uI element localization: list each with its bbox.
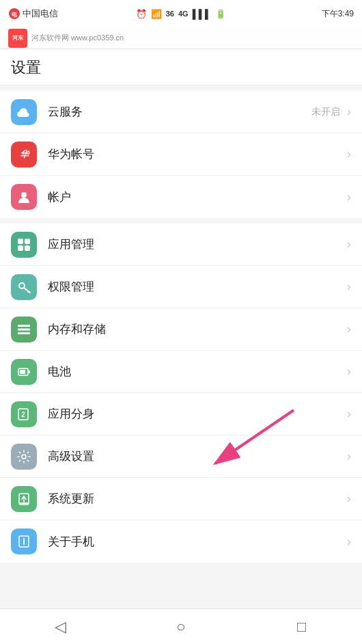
settings-item-permission-management[interactable]: 权限管理 › — [0, 266, 362, 308]
battery-svg — [16, 364, 31, 379]
wifi-icon: 📶 — [151, 9, 162, 19]
settings-section-2: 应用管理 › 权限管理 › 内存和存储 › — [0, 224, 362, 563]
gear-svg — [16, 449, 31, 464]
settings-item-advanced-settings[interactable]: 高级设置 › — [0, 435, 362, 478]
grid-svg — [16, 237, 31, 252]
permission-label: 权限管理 — [48, 279, 344, 295]
app-management-label: 应用管理 — [48, 237, 344, 252]
app-management-chevron: › — [347, 237, 351, 252]
about-phone-chevron: › — [347, 535, 351, 549]
huawei-account-chevron: › — [347, 147, 351, 161]
network-36-icon: 36 — [166, 10, 174, 18]
settings-item-system-update[interactable]: 系统更新 › — [0, 478, 362, 520]
cloud-service-status: 未开启 — [311, 106, 340, 118]
key-svg — [16, 280, 31, 295]
network-4g-icon: 4G — [178, 10, 189, 18]
advanced-settings-icon — [11, 444, 37, 470]
status-time: 下午3:49 — [322, 8, 354, 20]
svg-rect-11 — [18, 325, 30, 327]
memory-icon — [11, 317, 37, 343]
time-label: 下午3:49 — [322, 8, 354, 20]
cloud-svg — [16, 104, 32, 120]
app-management-icon — [11, 232, 37, 258]
system-update-chevron: › — [347, 492, 351, 506]
svg-rect-13 — [18, 332, 30, 334]
advanced-settings-label: 高级设置 — [48, 448, 344, 464]
carrier-logo: 电 中国电信 — [8, 8, 58, 20]
svg-rect-5 — [18, 245, 23, 251]
settings-item-account[interactable]: 帐户 › — [0, 176, 362, 218]
svg-text:2: 2 — [21, 411, 25, 418]
huawei-account-icon: 华 — [11, 142, 37, 167]
watermark-banner: 河东 河东软件网 www.pc0359.cn — [0, 27, 362, 49]
svg-rect-16 — [28, 371, 30, 373]
huawei-account-label: 华为帐号 — [48, 146, 344, 162]
svg-text:电: 电 — [12, 12, 18, 18]
settings-item-memory-storage[interactable]: 内存和存储 › — [0, 308, 362, 351]
carrier-label: 中国电信 — [23, 8, 58, 20]
battery-setting-icon — [11, 359, 37, 385]
battery-icon: 🔋 — [215, 9, 226, 19]
home-button[interactable]: ○ — [161, 613, 201, 641]
update-svg — [16, 492, 31, 507]
svg-rect-6 — [25, 245, 30, 251]
memory-label: 内存和存储 — [48, 321, 344, 337]
carrier-text: 电 中国电信 — [8, 8, 58, 20]
settings-item-cloud-service[interactable]: 云服务 未开启 › — [0, 91, 362, 133]
permission-icon — [11, 274, 37, 300]
page-title-bar: 设置 — [0, 49, 362, 85]
back-button[interactable]: ◁ — [40, 613, 81, 641]
svg-point-19 — [22, 455, 26, 459]
watermark-logo: 河东 — [8, 29, 27, 48]
settings-item-about-phone[interactable]: 关于手机 › — [0, 520, 362, 563]
account-icon — [11, 184, 37, 210]
cloud-service-label: 云服务 — [48, 104, 311, 120]
settings-item-huawei-account[interactable]: 华 华为帐号 › — [0, 133, 362, 176]
nav-bar: ◁ ○ □ — [0, 608, 362, 644]
dual-svg: 2 — [16, 407, 31, 422]
account-chevron: › — [347, 190, 351, 204]
svg-point-25 — [23, 538, 25, 539]
app-clone-icon: 2 — [11, 401, 37, 427]
system-update-icon — [11, 486, 37, 512]
settings-section-1: 云服务 未开启 › 华 华为帐号 › 帐户 › — [0, 91, 362, 218]
cloud-service-icon — [11, 99, 37, 125]
permission-chevron: › — [347, 280, 351, 294]
about-phone-icon — [11, 528, 37, 554]
battery-chevron: › — [347, 364, 351, 379]
about-phone-label: 关于手机 — [48, 534, 344, 550]
status-center-icons: ⏰ 📶 36 4G ▌▌▌ 🔋 — [136, 9, 227, 19]
battery-label: 电池 — [48, 364, 344, 379]
settings-item-app-clone[interactable]: 2 应用分身 › — [0, 393, 362, 435]
cloud-service-chevron: › — [347, 105, 351, 119]
settings-item-battery[interactable]: 电池 › — [0, 351, 362, 393]
person-svg — [16, 189, 31, 204]
memory-chevron: › — [347, 322, 351, 336]
svg-rect-4 — [25, 239, 30, 244]
svg-rect-3 — [18, 239, 23, 244]
svg-point-2 — [21, 192, 27, 198]
page-title: 设置 — [11, 57, 351, 78]
status-bar: 电 中国电信 ⏰ 📶 36 4G ▌▌▌ 🔋 下午3:49 — [0, 0, 362, 27]
carrier-icon: 电 — [8, 8, 20, 20]
info-svg — [16, 534, 31, 549]
recent-button[interactable]: □ — [281, 613, 322, 641]
memory-svg — [16, 322, 31, 337]
alarm-icon: ⏰ — [136, 9, 147, 19]
system-update-label: 系统更新 — [48, 491, 344, 507]
svg-rect-15 — [20, 370, 25, 374]
app-clone-label: 应用分身 — [48, 406, 344, 422]
svg-rect-22 — [19, 502, 29, 504]
watermark-text: 河东软件网 www.pc0359.cn — [31, 33, 124, 43]
app-clone-chevron: › — [347, 407, 351, 421]
settings-item-app-management[interactable]: 应用管理 › — [0, 224, 362, 266]
advanced-settings-chevron: › — [347, 449, 351, 464]
signal-bars-icon: ▌▌▌ — [193, 9, 212, 19]
svg-rect-12 — [18, 328, 30, 330]
account-label: 帐户 — [48, 189, 344, 205]
